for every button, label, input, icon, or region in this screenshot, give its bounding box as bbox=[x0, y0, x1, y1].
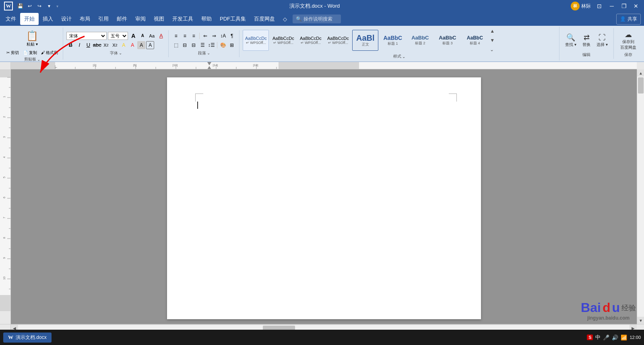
search-box[interactable]: 🔍 操作说明搜索 bbox=[293, 15, 341, 23]
style-wpsoff4[interactable]: AaBbCcDc ↵ WPSOff... bbox=[325, 30, 351, 51]
style-heading4[interactable]: AaBbC 标题 4 bbox=[462, 30, 488, 51]
document-page[interactable] bbox=[167, 77, 481, 319]
style-wpsoff3[interactable]: AaBbCcDc ↵ WPSOff... bbox=[297, 30, 324, 51]
style-wpsoff1[interactable]: AaBbCcDc ↵ WPSOff... bbox=[243, 30, 269, 51]
styles-down-btn[interactable]: ▼ bbox=[490, 37, 495, 43]
svg-rect-1 bbox=[279, 62, 359, 69]
replace-btn[interactable]: ⇄ 替换 bbox=[580, 30, 593, 51]
quick-access-toolbar: 💾 ↩ ↪ ▾ bbox=[16, 2, 53, 10]
ribbon-display-btn[interactable]: ⊡ bbox=[595, 2, 604, 10]
vertical-scrollbar[interactable]: ▲ ▼ bbox=[637, 69, 644, 324]
style-heading3[interactable]: AaBbC 标题 3 bbox=[434, 30, 460, 51]
menu-view[interactable]: 视图 bbox=[150, 13, 168, 25]
align-center-btn[interactable]: ⊟ bbox=[181, 41, 189, 49]
menu-review[interactable]: 审阅 bbox=[131, 13, 150, 25]
underline-btn[interactable]: U bbox=[84, 41, 92, 49]
menu-developer[interactable]: 开发工具 bbox=[168, 13, 197, 25]
qa-more-btn[interactable]: ▾ bbox=[45, 2, 53, 10]
show-marks-btn[interactable]: ¶ bbox=[228, 32, 236, 40]
text-cursor bbox=[197, 102, 198, 109]
line-spacing-btn[interactable]: ↕☰ bbox=[207, 41, 215, 49]
align-left-btn[interactable]: ⬚ bbox=[172, 41, 180, 49]
svg-rect-25 bbox=[0, 295, 11, 311]
char-border-btn[interactable]: A bbox=[146, 41, 154, 49]
copy-btn[interactable]: 📄 复制 bbox=[21, 49, 39, 56]
strikethrough-btn[interactable]: abc bbox=[93, 41, 101, 49]
paragraph-expand-icon[interactable]: ⌄ bbox=[207, 51, 210, 55]
taskbar-word-label: 演示文档.docx bbox=[16, 334, 47, 341]
scroll-up-btn[interactable]: ▲ bbox=[637, 69, 644, 77]
menu-diamond[interactable]: ◇ bbox=[279, 14, 291, 25]
superscript-btn[interactable]: X2 bbox=[111, 41, 119, 49]
italic-btn[interactable]: I bbox=[75, 41, 83, 49]
restore-btn[interactable]: ❐ bbox=[620, 2, 628, 10]
menu-references[interactable]: 引用 bbox=[94, 13, 113, 25]
subscript-btn[interactable]: X2 bbox=[102, 41, 110, 49]
font-size-select[interactable]: 五号 小四 四号 bbox=[108, 32, 128, 40]
sort-btn[interactable]: ↕A bbox=[219, 32, 227, 40]
clipboard-expand-icon[interactable]: ⌄ bbox=[37, 57, 40, 62]
paragraph-group: ≡ ≡ ≡ ⇐ ⇒ ↕A ¶ ⬚ ⊟ ⊟ ☰ ↕☰ 🎨 ⊞ bbox=[169, 30, 239, 57]
font-grow-btn[interactable]: A bbox=[129, 32, 137, 40]
char-shading-btn[interactable]: A bbox=[137, 41, 145, 49]
decrease-indent-btn[interactable]: ⇐ bbox=[201, 32, 209, 40]
find-btn[interactable]: 🔍 查找 ▾ bbox=[563, 30, 579, 51]
menu-layout[interactable]: 布局 bbox=[76, 13, 94, 25]
ime-icon[interactable]: 中 bbox=[595, 334, 601, 341]
redo-quick-btn[interactable]: ↪ bbox=[35, 2, 43, 10]
bold-btn[interactable]: B bbox=[66, 41, 74, 49]
bullets-btn[interactable]: ≡ bbox=[172, 32, 180, 40]
save-to-baidu-btn[interactable]: ☁ 保存到百度网盘 bbox=[617, 30, 639, 51]
font-name-select[interactable]: 宋体 bbox=[66, 32, 107, 40]
style-heading2[interactable]: AaBbC 标题 2 bbox=[407, 30, 433, 51]
menu-home[interactable]: 开始 bbox=[20, 13, 39, 25]
shading-btn[interactable]: 🎨 bbox=[219, 41, 227, 49]
select-btn[interactable]: ⛶ 选择 ▾ bbox=[594, 30, 610, 51]
increase-indent-btn[interactable]: ⇒ bbox=[210, 32, 218, 40]
wps-tray-icon[interactable]: S bbox=[587, 335, 593, 340]
close-btn[interactable]: ✕ bbox=[632, 2, 640, 10]
format-brush-btn[interactable]: 🖌 格式刷 bbox=[39, 49, 60, 56]
scroll-down-btn[interactable]: ▼ bbox=[637, 317, 644, 324]
style-normal[interactable]: AaBl 正文 bbox=[352, 30, 378, 51]
menu-design[interactable]: 设计 bbox=[57, 13, 76, 25]
style-heading1[interactable]: AaBbC 标题 1 bbox=[380, 30, 406, 51]
font-shrink-btn[interactable]: A bbox=[138, 32, 147, 40]
volume-icon[interactable]: 🔊 bbox=[612, 335, 618, 341]
menu-baidu[interactable]: 百度网盘 bbox=[250, 13, 279, 25]
mic-icon[interactable]: 🎤 bbox=[603, 335, 609, 341]
styles-expand-icon[interactable]: ⌄ bbox=[402, 54, 405, 59]
save-baidu-label: 保存到百度网盘 bbox=[620, 39, 636, 50]
minimize-btn[interactable]: ─ bbox=[608, 2, 616, 10]
scroll-thumb[interactable] bbox=[638, 77, 644, 94]
clear-format-btn[interactable]: A bbox=[157, 32, 165, 40]
menu-file[interactable]: 文件 bbox=[2, 13, 20, 25]
align-right-btn[interactable]: ⊟ bbox=[190, 41, 198, 49]
taskbar-word[interactable]: W 演示文档.docx bbox=[3, 333, 52, 343]
menu-pdf[interactable]: PDF工具集 bbox=[216, 13, 250, 25]
borders-btn[interactable]: ⊞ bbox=[228, 41, 236, 49]
font-color-btn[interactable]: A bbox=[128, 41, 136, 49]
styles-up-btn[interactable]: ▲ bbox=[490, 28, 495, 34]
multilevel-btn[interactable]: ≡ bbox=[190, 32, 198, 40]
menu-insert[interactable]: 插入 bbox=[39, 13, 57, 25]
numbering-btn[interactable]: ≡ bbox=[181, 32, 189, 40]
text-highlight-btn[interactable]: A bbox=[120, 41, 128, 49]
cut-btn[interactable]: ✂ 剪切 bbox=[5, 49, 21, 56]
share-icon: 👤 bbox=[620, 16, 626, 22]
word-logo-icon: W bbox=[4, 2, 13, 10]
share-btn[interactable]: 👤 共享 bbox=[616, 14, 641, 25]
menu-help[interactable]: 帮助 bbox=[197, 13, 216, 25]
save-quick-btn[interactable]: 💾 bbox=[16, 2, 24, 10]
menu-mailings[interactable]: 邮件 bbox=[113, 13, 131, 25]
style-wpsoff2[interactable]: AaBbCcDc ↵ WPSOff... bbox=[270, 30, 296, 51]
undo-quick-btn[interactable]: ↩ bbox=[26, 2, 34, 10]
justify-btn[interactable]: ☰ bbox=[198, 41, 206, 49]
styles-more-btn[interactable]: ⌄ bbox=[490, 47, 495, 52]
network-icon[interactable]: 📶 bbox=[621, 335, 627, 341]
font-expand-icon[interactable]: ⌄ bbox=[119, 51, 122, 55]
scroll-track[interactable] bbox=[637, 77, 644, 317]
document-area[interactable] bbox=[11, 69, 637, 324]
font-case-btn[interactable]: Aa bbox=[148, 32, 156, 40]
paste-btn[interactable]: 📋 粘贴 ▾ bbox=[22, 29, 42, 48]
